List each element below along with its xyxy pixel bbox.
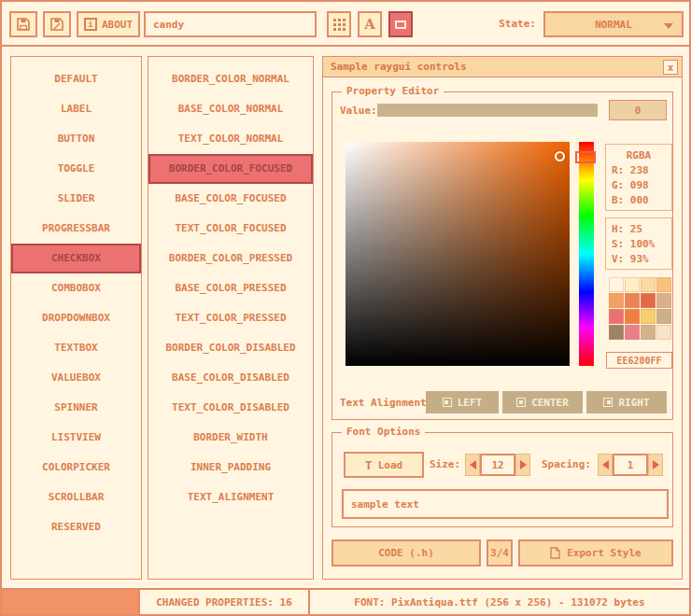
load-font-label: Load [378, 459, 403, 471]
font-spacing-text: 1 [628, 459, 634, 471]
properties-list-item[interactable]: TEXT_COLOR_PRESSED [148, 303, 313, 333]
hsv-s-value: S: 100% [612, 237, 666, 252]
controls-list-item[interactable]: VALUEBOX [11, 363, 141, 393]
properties-list-item[interactable]: BORDER_COLOR_NORMAL [148, 64, 313, 94]
controls-list-item[interactable]: DEFAULT [11, 64, 141, 94]
palette-swatch[interactable] [656, 309, 671, 324]
chevron-right-icon [653, 460, 659, 469]
grid-view-button[interactable] [327, 11, 351, 37]
hue-marker-icon[interactable] [575, 151, 596, 163]
palette-swatch[interactable] [609, 309, 624, 324]
properties-list-item[interactable]: BORDER_COLOR_PRESSED [148, 244, 313, 273]
controls-list-item[interactable]: TOGGLE [11, 154, 141, 184]
properties-list-item[interactable]: BORDER_WIDTH [148, 423, 313, 453]
page-indicator: 3/4 [487, 539, 513, 567]
statusbar-changed-properties: CHANGED PROPERTIES: 16 [140, 590, 310, 614]
font-spacing-value[interactable]: 1 [613, 454, 648, 476]
palette-swatch[interactable] [641, 309, 656, 324]
color-picker-cursor-icon[interactable] [555, 151, 565, 161]
properties-list-item[interactable]: BORDER_COLOR_DISABLED [148, 333, 313, 363]
palette-swatch[interactable] [641, 325, 656, 340]
align-center-label: CENTER [531, 397, 569, 409]
controls-list-item[interactable]: BUTTON [11, 124, 141, 154]
about-button[interactable]: i ABOUT [77, 11, 140, 37]
statusbar-fill-segment [2, 590, 140, 614]
properties-list-item[interactable]: INNER_PADDING [148, 453, 313, 483]
spacing-increment-button[interactable] [648, 454, 663, 476]
controls-list-item[interactable]: SLIDER [11, 184, 141, 214]
controls-list-item[interactable]: TEXTBOX [11, 333, 141, 363]
properties-list-item[interactable]: BORDER_COLOR_FOCUSED [148, 154, 313, 184]
palette-swatch[interactable] [641, 277, 656, 292]
window-titlebar[interactable]: Sample raygui controls x [323, 57, 682, 77]
changed-properties-text: CHANGED PROPERTIES: 16 [156, 596, 292, 609]
sample-text-input[interactable] [342, 489, 669, 519]
chevron-right-icon [520, 460, 527, 469]
hex-color-input[interactable]: EE6200FF [606, 352, 672, 369]
palette-swatch[interactable] [641, 293, 656, 308]
state-dropdown[interactable]: NORMAL [543, 11, 684, 37]
hue-bar[interactable] [579, 142, 594, 366]
value-slider[interactable] [377, 104, 598, 117]
align-right-icon [603, 398, 613, 407]
code-button[interactable]: CODE (.h) [331, 539, 481, 567]
font-mode-button[interactable]: A [358, 11, 382, 37]
controls-list-item[interactable]: LABEL [11, 94, 141, 124]
properties-list-item[interactable]: TEXT_COLOR_FOCUSED [148, 214, 313, 244]
properties-list-item[interactable]: TEXT_COLOR_DISABLED [148, 393, 313, 423]
size-decrement-button[interactable] [465, 454, 480, 476]
save-style-as-button[interactable] [43, 11, 71, 37]
controls-list-item[interactable]: LISTVIEW [11, 423, 141, 453]
window-title: Sample raygui controls [331, 61, 467, 73]
align-left-icon [443, 398, 452, 407]
align-right-button[interactable]: RIGHT [586, 391, 667, 413]
save-style-button[interactable] [9, 11, 37, 37]
state-label: State: [441, 18, 536, 30]
font-size-value[interactable]: 12 [480, 454, 515, 476]
window-close-button[interactable]: x [663, 60, 678, 75]
properties-list-item[interactable]: BASE_COLOR_NORMAL [148, 94, 313, 124]
font-size-label: Size: [430, 458, 460, 470]
rgba-b-value: B: 000 [612, 193, 666, 208]
palette-swatch[interactable] [625, 277, 640, 292]
palette-swatch[interactable] [656, 293, 671, 308]
value-box-text: 0 [635, 105, 642, 117]
palette-swatch[interactable] [609, 277, 624, 292]
controls-list-item[interactable]: RESERVED [11, 512, 141, 542]
palette-swatch[interactable] [609, 325, 624, 340]
statusbar: CHANGED PROPERTIES: 16 FONT: PixAntiqua.… [2, 588, 689, 614]
save-icon [16, 17, 31, 32]
size-increment-button[interactable] [515, 454, 530, 476]
palette-swatch[interactable] [609, 293, 624, 308]
value-box[interactable]: 0 [609, 100, 667, 120]
color-picker-area[interactable] [346, 142, 570, 366]
palette-swatch[interactable] [656, 277, 671, 292]
chevron-left-icon [470, 460, 476, 469]
hex-color-value: EE6200FF [616, 356, 661, 366]
properties-list-item[interactable]: BASE_COLOR_DISABLED [148, 363, 313, 393]
controls-list-item[interactable]: COLORPICKER [11, 453, 141, 483]
palette-swatch[interactable] [625, 325, 640, 340]
palette-swatch[interactable] [656, 325, 671, 340]
palette-swatch[interactable] [625, 293, 640, 308]
controls-list-item[interactable]: COMBOBOX [11, 273, 141, 303]
export-style-button[interactable]: Export Style [518, 539, 673, 567]
controls-list-item[interactable]: SPINNER [11, 393, 141, 423]
properties-list-item[interactable]: BASE_COLOR_FOCUSED [148, 184, 313, 214]
properties-list-item[interactable]: TEXT_COLOR_NORMAL [148, 124, 313, 154]
align-center-button[interactable]: CENTER [502, 391, 583, 413]
spacing-decrement-button[interactable] [598, 454, 613, 476]
align-left-button[interactable]: LEFT [426, 391, 499, 413]
toolbar: i ABOUT A State: NORMAL [2, 2, 689, 47]
controls-list-item[interactable]: DROPDOWNBOX [11, 303, 141, 333]
controls-list-item[interactable]: SCROLLBAR [11, 483, 141, 512]
code-button-label: CODE (.h) [378, 547, 434, 559]
color-mode-button[interactable] [388, 11, 413, 37]
style-name-input[interactable] [144, 11, 317, 37]
properties-list-item[interactable]: TEXT_ALIGNMENT [148, 483, 313, 512]
palette-swatch[interactable] [625, 309, 640, 324]
properties-list-item[interactable]: BASE_COLOR_PRESSED [148, 273, 313, 303]
controls-list-item[interactable]: PROGRESSBAR [11, 214, 141, 244]
controls-list-item[interactable]: CHECKBOX [11, 244, 141, 273]
load-font-button[interactable]: T Load [344, 452, 424, 478]
